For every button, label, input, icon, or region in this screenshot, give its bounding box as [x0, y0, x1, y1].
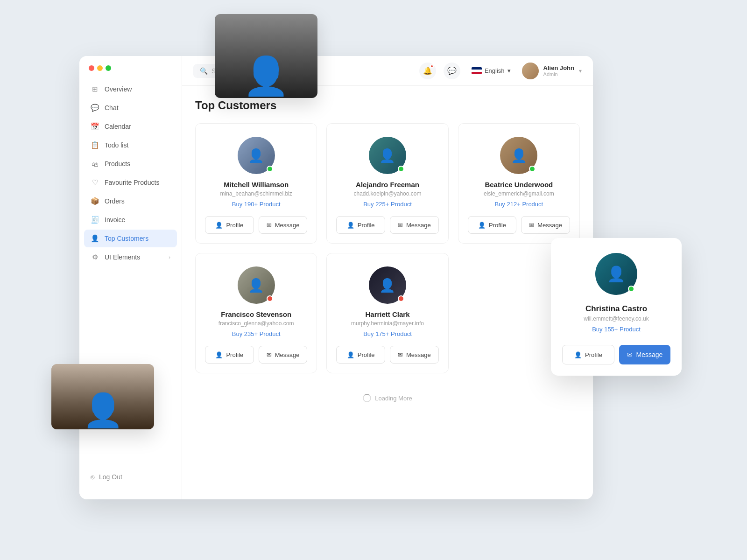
customer-purchases-francisco[interactable]: Buy 235+ Product	[232, 330, 281, 337]
todo-icon: 📋	[91, 141, 99, 149]
loading-more: Loading More	[363, 383, 412, 406]
logout-icon: ⎋	[91, 473, 94, 481]
loading-label: Loading More	[375, 395, 412, 402]
customer-actions-harriett: 👤 Profile ✉ Message	[336, 346, 438, 364]
language-selector[interactable]: English ▾	[468, 65, 514, 76]
customer-actions-christina: 👤 Profile ✉ Message	[562, 345, 670, 364]
profile-button-beatrice[interactable]: 👤 Profile	[468, 216, 517, 234]
message-button-harriett[interactable]: ✉ Message	[390, 346, 439, 364]
message-button-francisco[interactable]: ✉ Message	[259, 346, 308, 364]
sidebar-item-overview[interactable]: ⊞ Overview	[84, 80, 177, 98]
person-photo-dark: 👤	[215, 14, 317, 98]
page-title: Top Customers	[195, 99, 580, 112]
customer-card-alejandro: 👤 Alejandro Freeman chadd.koelpin@yahoo.…	[326, 123, 448, 244]
sidebar: ⊞ Overview 💬 Chat 📅 Calendar 📋 Todo list…	[79, 56, 182, 499]
language-label: English	[485, 67, 505, 74]
message-button-mitchell[interactable]: ✉ Message	[259, 216, 308, 234]
avatar-wrap-alejandro: 👤	[369, 137, 406, 174]
user-chevron-icon: ▾	[579, 68, 582, 74]
message-button-christina[interactable]: ✉ Message	[619, 345, 670, 364]
header-icons: 🔔 💬 English ▾ Alien John	[419, 63, 582, 79]
customer-email-beatrice: elsie_emmerich@gmail.com	[484, 190, 554, 197]
profile-button-francisco[interactable]: 👤 Profile	[205, 346, 254, 364]
sidebar-item-ui-elements[interactable]: ⚙ UI Elements ›	[84, 248, 177, 266]
favourite-icon: ♡	[91, 178, 99, 187]
message-icon: ✉	[529, 222, 534, 229]
sidebar-item-invoice[interactable]: 🧾 Invoice	[84, 211, 177, 229]
traffic-lights	[79, 65, 182, 80]
user-name: Alien John	[543, 64, 574, 71]
message-icon: ✉	[627, 351, 633, 358]
message-button-beatrice[interactable]: ✉ Message	[521, 216, 570, 234]
message-icon: ✉	[398, 351, 403, 358]
sidebar-item-calendar[interactable]: 📅 Calendar	[84, 118, 177, 135]
profile-icon: 👤	[478, 222, 486, 229]
traffic-light-green[interactable]	[106, 65, 111, 71]
customer-purchases-harriett[interactable]: Buy 175+ Product	[363, 330, 412, 337]
sidebar-item-label: Chat	[105, 104, 119, 112]
loading-spinner	[363, 394, 371, 402]
products-icon: 🛍	[91, 160, 99, 168]
user-avatar	[522, 63, 539, 79]
sidebar-item-top-customers[interactable]: 👤 Top Customers	[84, 230, 177, 247]
traffic-light-red[interactable]	[89, 65, 94, 71]
profile-icon: 👤	[215, 222, 223, 229]
customer-purchases-beatrice[interactable]: Buy 212+ Product	[494, 201, 543, 208]
avatar-wrap-mitchell: 👤	[238, 137, 275, 174]
app-window: ⊞ Overview 💬 Chat 📅 Calendar 📋 Todo list…	[79, 56, 593, 499]
customer-name-christina: Christina Castro	[585, 304, 647, 314]
customer-card-mitchell: 👤 Mitchell Williamson mina_beahan@schimm…	[195, 123, 317, 244]
customer-purchases-alejandro[interactable]: Buy 225+ Product	[363, 201, 412, 208]
search-icon: 🔍	[200, 67, 208, 75]
sidebar-item-label: Todo list	[105, 141, 128, 149]
status-dot-mitchell	[267, 166, 273, 172]
customer-email-harriett: murphy.herminia@mayer.info	[351, 320, 424, 327]
profile-button-christina[interactable]: 👤 Profile	[562, 345, 614, 364]
avatar-wrap-beatrice: 👤	[500, 137, 537, 174]
sidebar-item-chat[interactable]: 💬 Chat	[84, 99, 177, 117]
profile-button-harriett[interactable]: 👤 Profile	[336, 346, 385, 364]
sidebar-item-orders[interactable]: 📦 Orders	[84, 192, 177, 210]
message-button[interactable]: 💬	[444, 63, 460, 79]
customer-name-alejandro: Alejandro Freeman	[356, 181, 419, 189]
customer-name-francisco: Francisco Stevenson	[221, 310, 291, 318]
sidebar-item-todo[interactable]: 📋 Todo list	[84, 136, 177, 154]
avatar-wrap-christina: 👤	[595, 253, 637, 295]
user-info[interactable]: Alien John Admin ▾	[522, 63, 582, 79]
status-dot-francisco	[267, 295, 273, 302]
customer-email-francisco: francisco_glenna@yahoo.com	[218, 320, 294, 327]
message-icon: ✉	[267, 351, 272, 358]
message-button-alejandro[interactable]: ✉ Message	[390, 216, 439, 234]
chevron-right-icon: ›	[169, 254, 170, 260]
customer-name-mitchell: Mitchell Williamson	[224, 181, 289, 189]
sidebar-item-label: Orders	[105, 197, 125, 205]
traffic-light-yellow[interactable]	[97, 65, 103, 71]
sidebar-item-products[interactable]: 🛍 Products	[84, 155, 177, 173]
chat-icon: 💬	[91, 104, 99, 112]
sidebar-item-label: UI Elements	[105, 253, 140, 261]
customer-card-francisco: 👤 Francisco Stevenson francisco_glenna@y…	[195, 253, 317, 373]
profile-button-alejandro[interactable]: 👤 Profile	[336, 216, 385, 234]
status-dot-christina	[628, 286, 634, 292]
sidebar-bottom: ⎋ Log Out	[79, 469, 182, 490]
customers-grid: 👤 Mitchell Williamson mina_beahan@schimm…	[195, 123, 580, 406]
profile-button-mitchell[interactable]: 👤 Profile	[205, 216, 254, 234]
customer-purchases-mitchell[interactable]: Buy 190+ Product	[232, 201, 281, 208]
customer-purchases-christina[interactable]: Buy 155+ Product	[592, 326, 641, 333]
status-dot-alejandro	[398, 166, 404, 172]
message-icon: ✉	[398, 222, 403, 229]
sidebar-item-label: Invoice	[105, 216, 125, 224]
sidebar-item-favourite[interactable]: ♡ Favourite Products	[84, 174, 177, 191]
customer-email-christina: will.emmett@feeney.co.uk	[584, 315, 648, 322]
float-photo-bottom: 👤	[51, 364, 154, 429]
avatar-wrap-francisco: 👤	[238, 266, 275, 304]
overview-icon: ⊞	[91, 85, 99, 93]
customers-icon: 👤	[91, 234, 99, 243]
profile-icon: 👤	[574, 351, 582, 358]
notification-button[interactable]: 🔔	[419, 63, 436, 79]
loading-more-area: Loading More	[326, 383, 448, 406]
message-icon: ✉	[267, 222, 272, 229]
user-avatar-image	[522, 63, 539, 79]
logout-item[interactable]: ⎋ Log Out	[91, 473, 170, 481]
sidebar-item-label: Overview	[105, 85, 132, 93]
